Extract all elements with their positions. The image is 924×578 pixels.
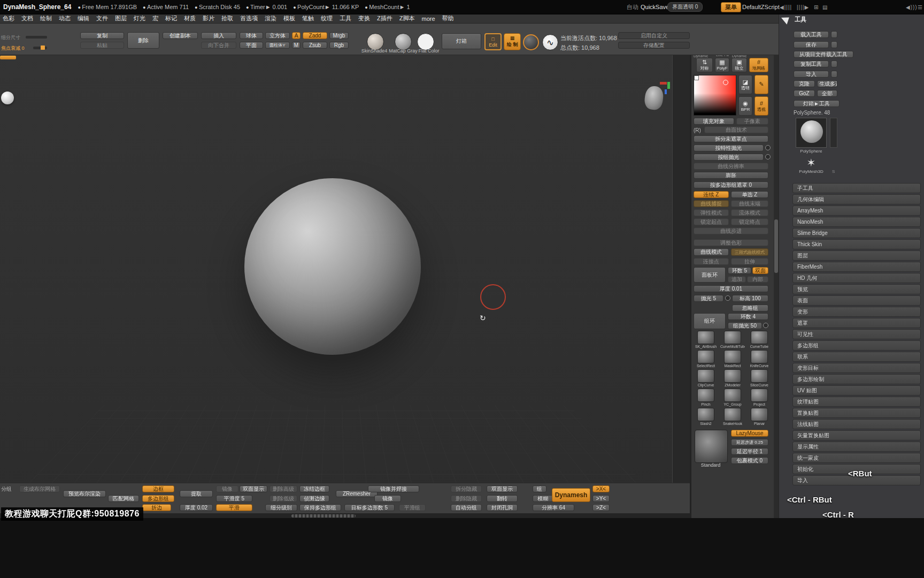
subpalette-bar[interactable]: 预览: [792, 284, 921, 294]
current-tool-label: PolySphere: [796, 149, 827, 154]
subpalette-bar[interactable]: 变形目标: [792, 363, 921, 373]
subpalette-bar[interactable]: Slime Bridge: [792, 228, 921, 238]
subpalette-bar[interactable]: 纹理贴图: [792, 397, 921, 407]
subdiv-size-track[interactable]: [26, 36, 47, 39]
tray-scrollbar[interactable]: [774, 54, 779, 518]
subpalette-bar[interactable]: UV 贴图: [792, 385, 921, 396]
quicksave-button[interactable]: QuickSave: [641, 0, 669, 14]
subpalette-bar[interactable]: 表面: [792, 295, 921, 306]
stat-item: PolyCount► 11.066 KP: [293, 4, 359, 10]
color-picker[interactable]: [694, 75, 736, 116]
subpalette-bar[interactable]: 矢量置换贴图: [792, 430, 921, 440]
focal-shift-slider[interactable]: 焦点衰减 0: [1, 45, 25, 52]
subpalette-bar[interactable]: FiberMesh: [792, 262, 921, 272]
menu-item[interactable]: Z脚本: [399, 14, 415, 22]
stroke-type-button[interactable]: ∿: [542, 34, 558, 50]
auto-label: 自动: [627, 0, 638, 14]
subpalette-bar[interactable]: 子工具: [792, 183, 921, 193]
color-picker-selector[interactable]: [723, 80, 728, 85]
make-polymesh3d-button[interactable]: ✶: [796, 156, 827, 169]
subpalette-bar[interactable]: Thick Skin: [792, 239, 921, 249]
subpalette-bar[interactable]: 显示属性: [792, 442, 921, 452]
hamburger-icon[interactable]: ☰: [918, 0, 923, 14]
menu-item[interactable]: 渲染: [265, 14, 276, 22]
ui-opacity-slider[interactable]: 界面透明 0: [667, 2, 703, 12]
subdiv-size-slider[interactable]: 细分尺寸: [1, 34, 20, 41]
subpalette-bar[interactable]: 图层: [792, 250, 921, 261]
menu-item[interactable]: 工具: [340, 14, 351, 22]
camera-orientation-head[interactable]: [643, 85, 664, 111]
total-points-count: 总点数: 10,968: [560, 44, 599, 52]
subpalette-bar[interactable]: 可见性: [792, 329, 921, 339]
material-preview-button[interactable]: [523, 34, 539, 50]
window-scroll-icon[interactable]: ◀))): [906, 0, 918, 14]
subpalette-bar[interactable]: 置换贴图: [792, 408, 921, 418]
sculpt-mesh-sphere[interactable]: [244, 178, 421, 355]
subpalette-bar[interactable]: HD 几何: [792, 273, 921, 283]
menu-bar: 色彩文档绘制动态编辑文件图层灯光宏标记材质影片拾取首选项渲染模板笔触纹理工具变换…: [0, 14, 779, 24]
layout-icon[interactable]: ▤: [822, 0, 828, 14]
menu-item[interactable]: 绘制: [40, 14, 52, 22]
clipped-tool-thumbnail[interactable]: [830, 118, 837, 148]
palette-scroll-right-icon[interactable]: ||||▶: [797, 0, 809, 14]
subpalette-bar[interactable]: 遮罩: [792, 318, 921, 328]
subpalette-bar[interactable]: 几何体编辑: [792, 194, 921, 204]
menu-item[interactable]: 影片: [203, 14, 214, 22]
menu-item[interactable]: 模板: [283, 14, 295, 22]
menu-item[interactable]: 首选项: [240, 14, 258, 22]
palette-scroll-left-icon[interactable]: ◀||||: [780, 0, 792, 14]
menu-item[interactable]: 纹理: [321, 14, 333, 22]
tray-scrollbar-handle[interactable]: [774, 219, 778, 273]
menu-item[interactable]: 变换: [358, 14, 370, 22]
menu-item[interactable]: 帮助: [442, 14, 454, 22]
subpalette-bar[interactable]: 统一蒙皮: [792, 453, 921, 463]
subpalette-bar[interactable]: 初始化: [792, 464, 921, 474]
focal-shift-track[interactable]: [33, 47, 47, 49]
tool-palette-title: 工具: [795, 16, 806, 24]
document-area[interactable]: ↻: [0, 55, 673, 513]
menu-item[interactable]: 灯光: [134, 14, 145, 22]
menu-item[interactable]: more: [421, 16, 435, 22]
menu-item[interactable]: 动态: [59, 14, 71, 22]
draw-mode-button[interactable]: ▦ 绘 制: [504, 33, 521, 50]
subpalette-bar[interactable]: 法线贴图: [792, 419, 921, 429]
current-brush-thumbnail[interactable]: [695, 430, 728, 463]
edit-mode-button[interactable]: □ Edit: [484, 33, 502, 50]
draw-label: 绘 制: [507, 41, 518, 48]
menu-item[interactable]: 文档: [21, 14, 33, 22]
menu-item[interactable]: Z插件: [377, 14, 392, 22]
stat-item: Free Mem 17.891GB: [78, 4, 137, 10]
rotate-cursor-icon: ↻: [480, 314, 486, 322]
viewport[interactable]: ↻: [0, 55, 690, 518]
active-points-count: 当前激活点数: 10,968: [560, 34, 617, 42]
zscript-selector[interactable]: DefaultZScript: [742, 0, 780, 14]
menu-item[interactable]: 拾取: [221, 14, 233, 22]
menu-item[interactable]: 材质: [184, 14, 196, 22]
menu-item[interactable]: 宏: [152, 14, 158, 22]
menu-item[interactable]: 标记: [165, 14, 177, 22]
menu-item[interactable]: 色彩: [3, 14, 14, 22]
divider-add-icon[interactable]: ⊞: [814, 0, 819, 14]
top-shelf: 细分尺寸 焦点衰减 0 SkinShade4 MatCap Gray Flat …: [0, 24, 779, 55]
subpalette-bar[interactable]: 多边形绘制: [792, 374, 921, 384]
scrollbar-handle[interactable]: [291, 514, 356, 518]
menu-item[interactable]: 笔触: [302, 14, 314, 22]
current-tool-thumbnail[interactable]: [796, 118, 827, 148]
subpalette-bar[interactable]: 多边形组: [792, 340, 921, 351]
menu-item[interactable]: 编辑: [78, 14, 89, 22]
stroke-icon: ∿: [546, 37, 553, 48]
menu-item[interactable]: 文件: [96, 14, 108, 22]
subpalette-bar[interactable]: 变形: [792, 307, 921, 317]
subpalette-bar[interactable]: NanoMesh: [792, 217, 921, 227]
progress-bar: [0, 56, 16, 59]
focal-shift-handle[interactable]: [41, 45, 45, 50]
menu-toggle-button[interactable]: 菜单: [721, 2, 741, 12]
current-color-swatch[interactable]: [694, 75, 699, 80]
subpalette-bar[interactable]: ArrayMesh: [792, 206, 921, 216]
clipped-item-label: S: [832, 169, 835, 174]
subpalette-bar[interactable]: 导入: [792, 475, 921, 485]
menu-item[interactable]: 图层: [115, 14, 127, 22]
subpalette-bar[interactable]: 联系: [792, 352, 921, 362]
axis-y-indicator: [667, 82, 670, 89]
star-icon: ✶: [807, 156, 816, 169]
